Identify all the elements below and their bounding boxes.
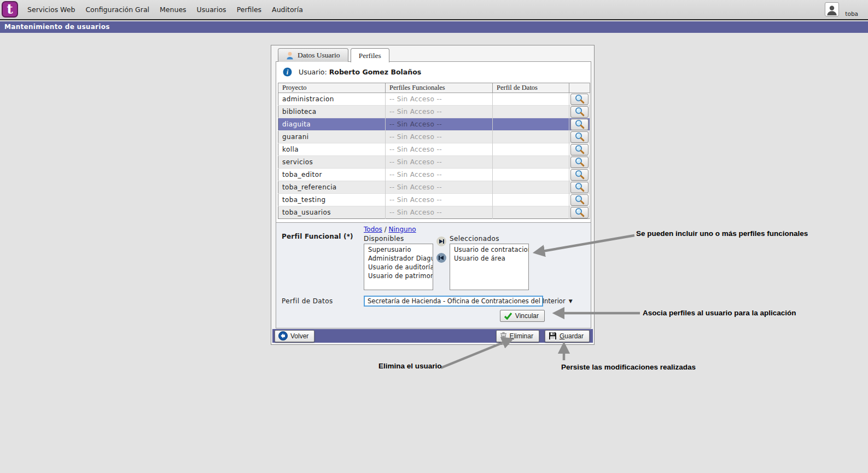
cell-actions [569,131,590,143]
table-row[interactable]: toba_usuarios-- Sin Acceso -- [278,206,590,219]
cell-actions [569,156,590,169]
column-header-actions [569,83,590,93]
row-detail-magnifier-button[interactable] [570,194,589,206]
menu-bar-items: Servicios WebConfiguración GralMenuesUsu… [27,0,303,19]
disponibles-item[interactable]: Superusuario [364,245,433,254]
eliminar-button[interactable]: Eliminar [496,330,539,342]
disponibles-label: Disponibles [364,235,433,243]
disponibles-listbox[interactable]: SuperusuarioAdministrador DiaguitaUsuari… [364,244,433,290]
todos-link[interactable]: Todos [364,226,382,233]
row-detail-magnifier-button[interactable] [570,94,589,105]
cell-perfiles-funcionales: -- Sin Acceso -- [386,93,493,106]
cell-perfiles-funcionales: -- Sin Acceso -- [386,131,493,143]
user-info-name: Roberto Gomez Bolaños [329,68,421,76]
cell-perfil-de-datos [493,169,569,181]
row-detail-magnifier-button[interactable] [570,131,589,143]
menu-item[interactable]: Usuarios [197,5,226,14]
cell-perfiles-funcionales: -- Sin Acceso -- [386,194,493,206]
annotation-eliminar: Elimina el usuario [378,362,442,370]
row-detail-magnifier-button[interactable] [570,182,589,193]
vincular-button[interactable]: Vincular [500,310,545,322]
annotation-vincular: Asocia perfiles al usuario para la aplic… [643,309,796,317]
column-header-perfil-de-datos: Perfil de Datos [493,83,569,93]
bottom-toolbar: Volver Eliminar [272,329,593,343]
annotation-guardar: Persiste las modificaciones realizadas [561,363,696,371]
check-icon [504,312,512,320]
top-menu-bar: t Servicios WebConfiguración GralMenuesU… [0,0,868,20]
cell-perfiles-funcionales: -- Sin Acceso -- [386,118,493,131]
move-left-button[interactable] [436,253,446,263]
cell-actions [569,143,590,156]
user-avatar[interactable] [825,2,839,16]
row-detail-magnifier-button[interactable] [570,119,589,130]
cell-actions [569,181,590,194]
cell-actions [569,118,590,131]
menu-item[interactable]: Perfiles [237,5,261,14]
table-row[interactable]: toba_referencia-- Sin Acceso -- [278,181,590,194]
tab-perfiles[interactable]: Perfiles [351,48,389,62]
dual-list-picker: Disponibles SuperusuarioAdministrador Di… [364,235,529,290]
table-row[interactable]: toba_editor-- Sin Acceso -- [278,169,590,181]
row-detail-magnifier-button[interactable] [570,144,589,155]
arrow-right-icon [438,238,445,245]
magnifier-icon [574,94,586,104]
seleccionados-item[interactable]: Usuario de área [450,254,528,263]
toba-logo[interactable]: t [2,1,18,18]
seleccionados-item[interactable]: Usuario de contrataciones [450,245,528,254]
magnifier-icon [574,145,586,154]
table-row[interactable]: servicios-- Sin Acceso -- [278,156,590,169]
perfil-datos-row: Perfil de Datos Secretaría de Hacienda -… [276,296,591,307]
disponibles-item[interactable]: Usuario de auditoría [364,263,433,272]
info-icon: i [283,67,292,77]
tab-datos-usuario-label: Datos Usuario [298,51,340,60]
row-detail-magnifier-button[interactable] [570,169,589,181]
cell-perfil-de-datos [493,131,569,143]
table-row[interactable]: kolla-- Sin Acceso -- [278,143,590,156]
table-row[interactable]: guarani-- Sin Acceso -- [278,131,590,143]
ninguno-link[interactable]: Ninguno [389,226,416,233]
perfil-datos-select[interactable]: Secretaría de Hacienda - Oficina de Cont… [364,296,543,307]
user-maintenance-panel: Datos Usuario Perfiles i Usuario: Robert… [271,45,595,345]
perfil-funcional-row: Perfil Funcional (*) Todos / Ninguno Dis… [276,226,591,290]
table-row[interactable]: diaguita-- Sin Acceso -- [278,118,590,131]
column-header-proyecto: Proyecto [278,83,386,93]
menu-item[interactable]: Menues [160,5,187,14]
cell-perfiles-funcionales: -- Sin Acceso -- [386,156,493,169]
cell-proyecto: biblioteca [278,106,386,118]
table-row[interactable]: administracion-- Sin Acceso -- [278,93,590,106]
cell-perfil-de-datos [493,206,569,219]
menu-item[interactable]: Configuración Gral [85,5,149,14]
perfil-form-area: Perfil Funcional (*) Todos / Ninguno Dis… [276,222,591,328]
vincular-row: Vincular [276,310,591,322]
cell-perfil-de-datos [493,93,569,106]
user-info-row: i Usuario: Roberto Gomez Bolaños [276,62,591,82]
back-arrow-icon [278,331,288,341]
disponibles-item[interactable]: Administrador Diaguita [364,254,433,263]
row-detail-magnifier-button[interactable] [570,207,589,218]
page-title: Mantenimiento de usuarios [0,21,868,33]
trash-icon [500,332,507,341]
user-info-text: Usuario: Roberto Gomez Bolaños [299,68,421,76]
row-detail-magnifier-button[interactable] [570,157,589,168]
guardar-label: Guardar [560,332,584,340]
table-row[interactable]: biblioteca-- Sin Acceso -- [278,106,590,118]
cell-perfil-de-datos [493,118,569,131]
move-right-button[interactable] [436,236,446,246]
tab-datos-usuario[interactable]: Datos Usuario [278,48,348,62]
table-row[interactable]: toba_testing-- Sin Acceso -- [278,194,590,206]
row-detail-magnifier-button[interactable] [570,106,589,118]
seleccionados-label: Seleccionados [450,235,529,243]
guardar-button[interactable]: Guardar [545,330,590,342]
tab-strip: Datos Usuario Perfiles [278,48,389,62]
cell-proyecto: toba_testing [278,194,386,206]
seleccionados-listbox[interactable]: Usuario de contratacionesUsuario de área [450,244,529,290]
save-disk-icon [549,332,557,340]
magnifier-icon [574,170,586,180]
disponibles-item[interactable]: Usuario de patrimonio [364,272,433,280]
cell-perfil-de-datos [493,194,569,206]
cell-actions [569,169,590,181]
magnifier-icon [574,157,586,167]
menu-item[interactable]: Servicios Web [27,5,75,14]
volver-button[interactable]: Volver [275,330,314,342]
menu-item[interactable]: Auditoría [272,5,303,14]
